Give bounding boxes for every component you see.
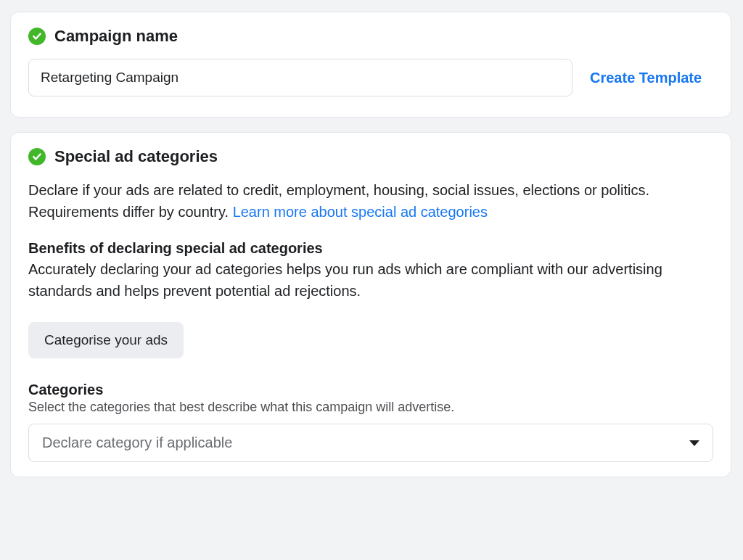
categorise-ads-button[interactable]: Categorise your ads [28,322,184,358]
campaign-name-title: Campaign name [54,27,178,46]
create-template-link[interactable]: Create Template [590,70,702,86]
campaign-name-input[interactable] [28,59,572,96]
benefits-text: Accurately declaring your ad categories … [28,258,713,302]
learn-more-link[interactable]: Learn more about special ad categories [233,204,488,220]
special-ad-description: Declare if your ads are related to credi… [28,179,713,223]
categories-help-text: Select the categories that best describe… [28,400,713,415]
check-circle-icon [28,28,46,45]
campaign-name-row: Create Template [28,59,713,96]
check-circle-icon [28,148,46,165]
categories-select[interactable]: Declare category if applicable [28,424,713,462]
categories-label: Categories [28,382,713,398]
card-header: Special ad categories [28,147,713,166]
chevron-down-icon [689,440,699,446]
benefits-heading: Benefits of declaring special ad categor… [28,240,713,257]
special-ad-categories-card: Special ad categories Declare if your ad… [10,132,731,477]
categories-select-placeholder: Declare category if applicable [42,435,232,451]
special-ad-categories-title: Special ad categories [54,147,218,166]
card-header: Campaign name [28,27,713,46]
campaign-name-card: Campaign name Create Template [10,12,731,118]
